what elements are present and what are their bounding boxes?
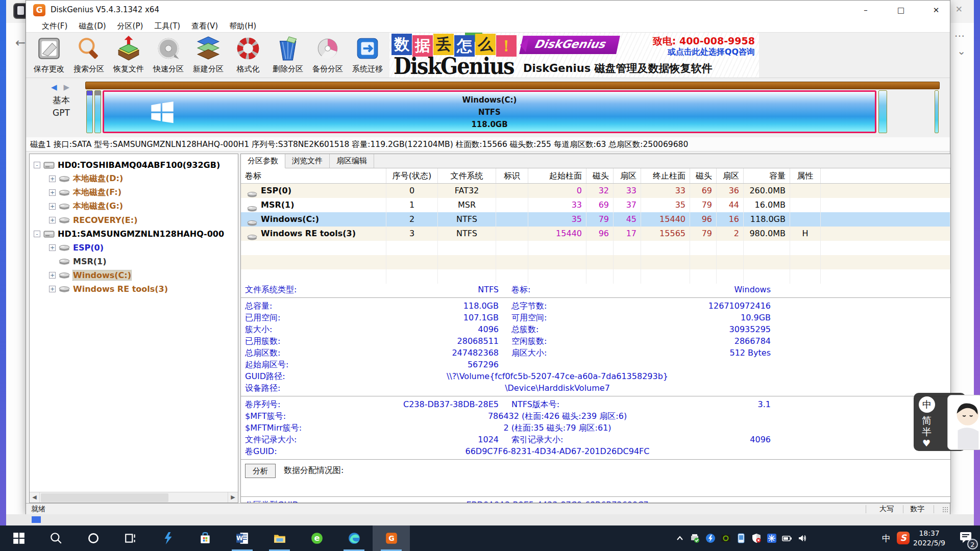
expander-icon[interactable]: - xyxy=(34,231,40,237)
expander-icon[interactable]: + xyxy=(49,189,56,196)
scroll-down-icon[interactable]: ⌄ xyxy=(957,45,966,57)
next-disk-arrow-icon[interactable]: ▶ xyxy=(63,83,71,92)
column-header-9[interactable]: 扇区 xyxy=(717,168,744,183)
column-header-7[interactable]: 终止柱面 xyxy=(641,168,690,183)
toolbar-button-save-changes[interactable]: 保存更改 xyxy=(29,34,69,77)
tab-浏览文件[interactable]: 浏览文件 xyxy=(285,154,330,168)
phone-icon[interactable] xyxy=(736,533,746,543)
taskbar-app-word[interactable]: W xyxy=(224,525,261,551)
printer-icon[interactable] xyxy=(690,533,700,543)
ime-mode-chinese[interactable]: 中 xyxy=(919,396,935,413)
taskbar-app-thunder[interactable] xyxy=(149,525,186,551)
expander-icon[interactable]: - xyxy=(34,162,40,168)
tree-item-esp-0-[interactable]: +ESP(0) xyxy=(30,241,238,255)
partition-strip-esp[interactable] xyxy=(86,90,93,133)
lightning-icon[interactable] xyxy=(705,533,716,543)
taskbar-app-store[interactable] xyxy=(186,525,224,551)
toolbar-button-recover-files[interactable]: 恢复文件 xyxy=(109,34,149,77)
partition-strip-re-tools[interactable] xyxy=(878,90,887,133)
taskbar-app-taskview[interactable] xyxy=(112,525,149,551)
scroll-left-icon[interactable]: ◀ xyxy=(30,492,40,503)
minimize-button[interactable]: – xyxy=(854,1,877,20)
table-row-msr-1-[interactable]: MSR(1)1MSR33693735794416.0MB xyxy=(241,198,950,212)
tree-item--g-[interactable]: +本地磁盘(G:) xyxy=(30,199,238,213)
maximize-button[interactable]: □ xyxy=(889,1,913,20)
scrollbar-thumb[interactable] xyxy=(41,493,168,502)
tree-item--d-[interactable]: +本地磁盘(D:) xyxy=(30,172,238,186)
menu-item-2[interactable]: 分区(P) xyxy=(112,20,149,32)
tree-item-msr-1-[interactable]: MSR(1) xyxy=(30,255,238,268)
expander-icon[interactable]: + xyxy=(49,217,56,223)
menu-item-0[interactable]: 文件(F) xyxy=(36,20,73,32)
more-options-icon[interactable]: ⋯ xyxy=(954,30,965,42)
menu-item-1[interactable]: 磁盘(D) xyxy=(73,20,111,32)
nvidia-icon[interactable] xyxy=(721,533,731,543)
ime-indicator[interactable]: 中 xyxy=(882,533,891,543)
taskbar-app-start[interactable] xyxy=(0,525,37,551)
tree-item-windows-re-tools-3-[interactable]: +Windows RE tools(3) xyxy=(30,282,238,296)
menu-item-4[interactable]: 查看(V) xyxy=(186,20,224,32)
column-header-2[interactable]: 文件系统 xyxy=(438,168,496,183)
table-row-esp-0-[interactable]: ESP(0)0FAT3203233336936260.0MB xyxy=(241,184,950,198)
partition-block-windows-c[interactable]: Windows(C:) NTFS 118.0GB xyxy=(103,90,876,133)
tree-item--f-[interactable]: +本地磁盘(F:) xyxy=(30,186,238,199)
expander-icon[interactable]: + xyxy=(49,272,56,279)
tab-扇区编辑[interactable]: 扇区编辑 xyxy=(330,154,374,168)
taskbar-clock[interactable]: 18:37 2022/5/9 xyxy=(913,529,945,548)
taskbar-app-diskgenius[interactable]: G xyxy=(373,525,410,551)
column-header-1[interactable]: 序号(状态) xyxy=(386,168,438,183)
tab-分区参数[interactable]: 分区参数 xyxy=(241,154,285,168)
tree-horizontal-scrollbar[interactable]: ◀ ▶ xyxy=(30,492,238,503)
column-header-6[interactable]: 扇区 xyxy=(614,168,641,183)
sogou-icon[interactable]: S xyxy=(897,532,910,544)
column-header-5[interactable]: 磁头 xyxy=(586,168,614,183)
tree-item-recovery-e-[interactable]: +RECOVERY(E:) xyxy=(30,213,238,227)
toolbar-button-new-partition[interactable]: 新建分区 xyxy=(188,34,228,77)
tree-item-hd0-toshibamq04abf100-932gb-[interactable]: -HD0:TOSHIBAMQ04ABF100(932GB) xyxy=(30,158,238,172)
toolbar-button-quick-partition[interactable]: 快速分区 xyxy=(149,34,188,77)
column-header-8[interactable]: 磁头 xyxy=(690,168,717,183)
ime-mode-halfwidth[interactable]: 半 xyxy=(922,425,932,439)
banner-ad[interactable]: 数据丢怎么！ DiskGenius 致电: 400-008-9958 或点击此处… xyxy=(389,33,759,78)
heart-icon[interactable]: ♥ xyxy=(922,438,930,448)
column-header-0[interactable]: 卷标 xyxy=(241,168,386,183)
expander-icon[interactable]: + xyxy=(49,244,56,251)
tree-item-hd1-samsungmznln128hahq-000[interactable]: -HD1:SAMSUNGMZNLN128HAHQ-000 xyxy=(30,227,238,241)
taskbar-app-ie[interactable]: e xyxy=(298,525,335,551)
table-row-windows-c-[interactable]: Windows(C:)2NTFS357945154409616118.0GB xyxy=(241,212,950,227)
menu-item-5[interactable]: 帮助(H) xyxy=(224,20,262,32)
toolbar-button-system-migration[interactable]: 系统迁移 xyxy=(348,34,387,77)
scroll-right-icon[interactable]: ▶ xyxy=(228,492,238,503)
toolbar-button-delete-partition[interactable]: 删除分区 xyxy=(268,34,308,77)
prev-disk-arrow-icon[interactable]: ◀ xyxy=(51,83,59,92)
battery-icon[interactable] xyxy=(782,533,792,543)
expander-icon[interactable]: + xyxy=(49,203,56,210)
resize-grip[interactable] xyxy=(942,507,948,513)
column-header-11[interactable]: 属性 xyxy=(790,168,821,183)
toolbar-button-search-partition[interactable]: 搜索分区 xyxy=(69,34,109,77)
partition-strip-msr[interactable] xyxy=(94,90,101,133)
toolbar-button-backup-partition[interactable]: 备份分区 xyxy=(308,34,348,77)
toolbar-button-format[interactable]: 格式化 xyxy=(228,34,268,77)
taskbar-app-cortana[interactable] xyxy=(75,525,112,551)
taskbar-app-edge[interactable] xyxy=(335,525,373,551)
table-row-windows-re-tools-3-[interactable]: Windows RE tools(3)3NTFS1544096171556579… xyxy=(241,227,950,241)
shield-icon[interactable] xyxy=(751,533,762,543)
menu-item-3[interactable]: 工具(T) xyxy=(149,20,186,32)
close-button[interactable]: ✕ xyxy=(924,1,948,20)
taskbar-app-explorer[interactable] xyxy=(261,525,298,551)
analyze-button[interactable]: 分析 xyxy=(245,464,276,478)
tree-item-windows-c-[interactable]: +Windows(C:) xyxy=(30,268,238,282)
column-header-4[interactable]: 起始柱面 xyxy=(528,168,586,183)
column-header-3[interactable]: 标识 xyxy=(496,168,528,183)
back-arrow-icon[interactable]: ← xyxy=(15,36,26,50)
speaker-icon[interactable] xyxy=(797,533,807,543)
expander-icon[interactable]: + xyxy=(49,286,56,292)
expander-icon[interactable]: + xyxy=(49,176,56,182)
banner-qq-link[interactable]: 或点击此处选择QQ咨询 xyxy=(668,47,755,58)
chevron-up-icon[interactable] xyxy=(675,533,685,543)
column-header-10[interactable]: 容量 xyxy=(744,168,790,183)
taskbar-app-search[interactable] xyxy=(37,525,75,551)
background-close-icon[interactable]: ✕ xyxy=(955,4,963,14)
snowflake-icon[interactable] xyxy=(767,533,777,543)
